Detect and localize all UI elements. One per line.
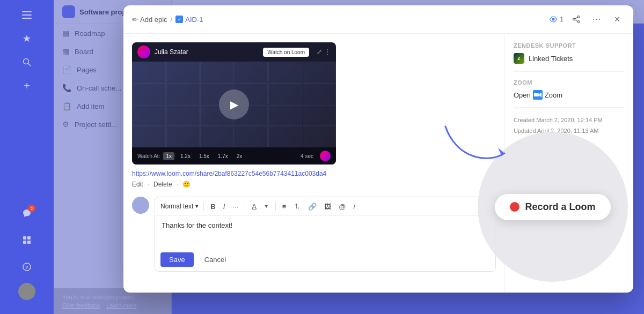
zoom-link-label: Zoom [545, 91, 562, 99]
svg-line-4 [28, 64, 31, 66]
sidebar-icon-star[interactable] [16, 28, 38, 49]
svg-rect-18 [534, 93, 539, 96]
video-bottom-bar: Watch At: 1x 1.2x 1.5x 1.7x 2x 4 sec [132, 147, 336, 165]
sidebar-icon-grid[interactable] [16, 229, 38, 251]
edit-action[interactable]: Edit [132, 181, 143, 188]
svg-point-13 [573, 18, 575, 20]
modal-header: ✏ Add epic / ✓ AID-1 1 [123, 5, 633, 34]
zoom-link[interactable]: Open Zoom [514, 90, 625, 100]
svg-line-16 [575, 20, 577, 21]
divider-2 [514, 107, 625, 108]
comment-editor: Normal text ▼ B I ··· A ▼ ≡ [155, 197, 496, 272]
slash-command-button[interactable]: / [352, 201, 358, 212]
record-loom-label: Record a Loom [525, 201, 595, 213]
add-epic-label: Add epic [140, 16, 167, 24]
breadcrumb-epic[interactable]: ✏ Add epic [132, 16, 167, 24]
speed-1x-button[interactable]: 1x [163, 152, 174, 160]
watch-count-badge: 1 [549, 16, 564, 23]
svg-line-15 [575, 17, 577, 19]
image-button[interactable]: 🖼 [322, 201, 333, 212]
svg-rect-7 [23, 241, 26, 244]
svg-point-14 [577, 21, 580, 23]
svg-rect-5 [23, 236, 26, 240]
user-avatar[interactable] [18, 283, 35, 300]
video-thumbnail[interactable]: ▶ [132, 62, 336, 147]
more-format-button[interactable]: ··· [230, 201, 240, 212]
speed-1-2x-button[interactable]: 1.2x [178, 152, 193, 160]
zendesk-icon: Z [514, 53, 524, 64]
more-button[interactable]: ··· [589, 12, 604, 27]
arrow-svg [435, 116, 521, 169]
editor-actions: Save Cancel [155, 248, 495, 271]
zoom-open-label: Open [514, 91, 531, 99]
time-display: 4 sec [301, 153, 313, 159]
watch-on-loom-button[interactable]: Watch on Loom [263, 48, 309, 57]
record-loom-button[interactable]: Record a Loom [495, 194, 610, 220]
eye-icon [549, 16, 558, 23]
close-icon: × [614, 14, 620, 25]
bold-button[interactable]: B [208, 201, 217, 212]
record-dot-icon [510, 202, 519, 212]
comment-text: Thanks for the context! [162, 221, 232, 229]
editor-toolbar: Normal text ▼ B I ··· A ▼ ≡ [155, 197, 495, 216]
sidebar-icon-chat[interactable]: 2 [16, 203, 38, 224]
created-date: Created March 2, 2020, 12:14 PM [514, 115, 625, 126]
video-actions: Edit · Delete · 🙂 [132, 181, 496, 188]
delete-action[interactable]: Delete [153, 181, 172, 188]
action-separator-1: · [148, 181, 149, 188]
bottom-avatar [320, 151, 331, 161]
speed-1-5x-button[interactable]: 1.5x [196, 152, 212, 160]
svg-rect-6 [27, 236, 31, 240]
text-style-label: Normal text [160, 203, 193, 210]
svg-point-12 [577, 16, 580, 18]
commenter-avatar [132, 197, 149, 214]
share-button[interactable] [569, 12, 584, 27]
text-style-select[interactable]: Normal text ▼ [160, 203, 199, 210]
zendesk-row: Z Linked Tickets [514, 53, 625, 64]
bullet-list-button[interactable]: ≡ [280, 201, 289, 212]
linked-tickets-label[interactable]: Linked Tickets [529, 55, 573, 63]
close-button[interactable]: × [610, 12, 625, 27]
svg-rect-2 [22, 18, 32, 19]
main-content: Software project ▤ Roadmap ▦ Board 📄 Pag… [54, 0, 644, 314]
watch-at-label: Watch At: [137, 153, 160, 159]
editor-body[interactable]: Thanks for the context! [155, 216, 495, 248]
mention-button[interactable]: @ [336, 201, 348, 212]
loom-overlay: Record a Loom [478, 132, 628, 282]
modal-header-actions: 1 ··· × [549, 12, 625, 27]
breadcrumb-ticket[interactable]: ✓ AID-1 [175, 16, 203, 24]
sidebar: + 2 ? [0, 0, 54, 314]
toolbar-separator-3 [275, 202, 276, 211]
cancel-button[interactable]: Cancel [198, 252, 232, 267]
sidebar-icon-menu[interactable] [16, 4, 38, 26]
breadcrumb-separator: / [171, 16, 173, 24]
sidebar-icon-search[interactable] [16, 51, 38, 73]
svg-rect-8 [27, 241, 31, 244]
svg-rect-1 [22, 14, 32, 16]
chevron-color-icon[interactable]: ▼ [262, 203, 271, 210]
chevron-down-icon: ▼ [194, 204, 199, 209]
text-color-button[interactable]: A [250, 201, 259, 212]
speed-1-7x-button[interactable]: 1.7x [215, 152, 231, 160]
pencil-icon: ✏ [132, 16, 138, 24]
toolbar-separator-2 [245, 202, 245, 211]
video-url-link[interactable]: https://www.loom.com/share/2baf863227c54… [132, 170, 496, 177]
play-button[interactable]: ▶ [219, 89, 249, 119]
video-author-name: Julia Szatar [155, 48, 188, 56]
toolbar-separator-1 [203, 202, 204, 211]
speed-2x-button[interactable]: 2x [234, 152, 245, 160]
loom-circle: Record a Loom [478, 132, 628, 282]
ticket-id-label: AID-1 [185, 16, 203, 24]
italic-button[interactable]: I [221, 201, 228, 212]
action-separator-2: · [177, 181, 178, 188]
divider-1 [514, 71, 625, 72]
save-button[interactable]: Save [160, 252, 194, 267]
watch-count: 1 [560, 16, 564, 23]
video-author-avatar [137, 46, 150, 58]
sidebar-icon-help[interactable]: ? [16, 256, 38, 278]
emoji-button[interactable]: 🙂 [182, 181, 191, 188]
link-button[interactable]: 🔗 [306, 201, 319, 212]
sidebar-icon-add[interactable]: + [16, 75, 38, 96]
dots-icon: ⋮ [324, 48, 331, 56]
ordered-list-button[interactable]: ⒈ [291, 200, 303, 212]
